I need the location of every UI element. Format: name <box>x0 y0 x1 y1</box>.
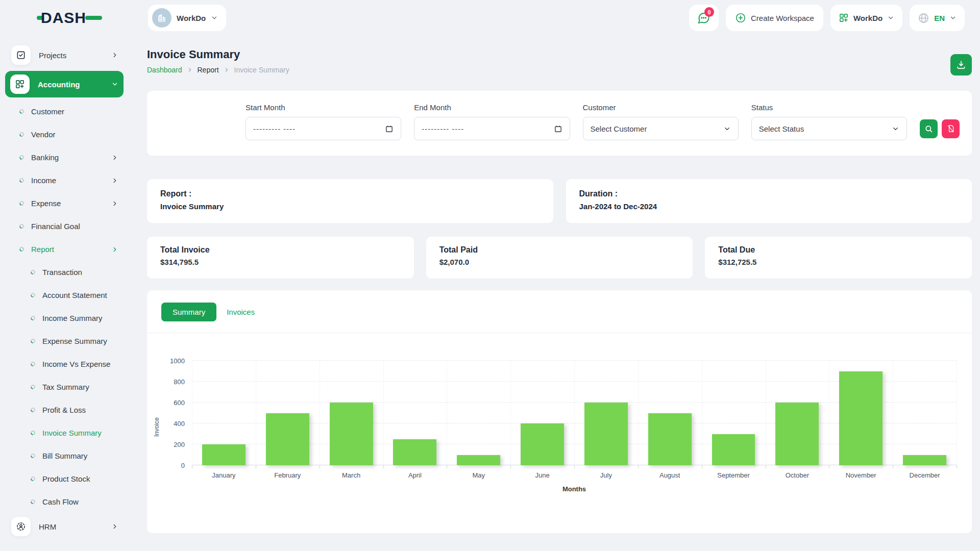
create-workspace-button[interactable]: Create Workspace <box>726 5 823 31</box>
sidebar-item-expense[interactable]: Expense <box>0 192 124 215</box>
report-tabs: Summary Invoices <box>147 303 972 321</box>
end-month-input[interactable]: --------- ---- <box>414 117 570 140</box>
sidebar-nav: ProjectsAccountingCustomerVendorBankingI… <box>0 36 133 551</box>
sidebar-item-income[interactable]: Income <box>0 169 124 192</box>
x-axis-tick <box>702 465 702 468</box>
sidebar-item-customer[interactable]: Customer <box>0 100 124 123</box>
bullet-icon <box>18 108 25 115</box>
breadcrumb: Dashboard Report Invoice Summary <box>147 66 289 74</box>
download-button[interactable] <box>950 54 972 76</box>
bar-cell-june <box>510 361 574 465</box>
bar-cell-august <box>638 361 702 465</box>
x-tick-label: March <box>320 471 383 479</box>
chart-bar-august <box>648 413 692 466</box>
sidebar-item-projects[interactable]: Projects <box>0 42 124 68</box>
messages-button[interactable]: 0 <box>689 5 719 31</box>
x-tick-label: May <box>447 471 510 479</box>
grid-plus-icon <box>10 74 30 94</box>
duration-value: Jan-2024 to Dec-2024 <box>579 202 959 211</box>
breadcrumb-separator-icon <box>224 67 230 73</box>
page-title: Invoice Summary <box>147 48 289 61</box>
workdo-dropdown[interactable]: WorkDo <box>830 5 902 31</box>
sidebar-item-banking[interactable]: Banking <box>0 146 124 169</box>
sidebar-item-hrm[interactable]: HRM <box>0 513 124 540</box>
calendar-icon <box>385 124 394 133</box>
breadcrumb-current: Invoice Summary <box>234 66 289 74</box>
bullet-icon <box>30 315 36 321</box>
sidebar-item-income-vs-expense[interactable]: Income Vs Expense <box>0 353 124 375</box>
apply-filter-button[interactable] <box>920 119 938 138</box>
app-root: DASH WorkDo 0 <box>0 0 980 551</box>
bar-cell-september <box>702 361 766 465</box>
x-tick-label: June <box>510 471 574 479</box>
x-axis-tick <box>957 465 957 468</box>
x-axis-title: Months <box>192 485 957 493</box>
globe-icon <box>918 12 929 24</box>
sidebar-item-financial-goal[interactable]: Financial Goal <box>0 215 124 238</box>
gridline-vertical <box>957 361 957 465</box>
chart-plot-area: 02004006008001000 <box>192 361 957 465</box>
language-label: EN <box>934 14 945 22</box>
logo[interactable]: DASH <box>0 10 133 26</box>
filter-card: Start Month --------- ---- End Month ---… <box>147 91 972 156</box>
sidebar-item-transaction[interactable]: Transaction <box>0 261 124 284</box>
bar-cell-december <box>893 361 957 465</box>
bullet-icon <box>30 407 36 413</box>
bar-cell-march <box>320 361 383 465</box>
topbar: DASH WorkDo 0 <box>0 0 980 36</box>
reset-filter-button[interactable] <box>942 119 960 138</box>
sidebar-item-vendor[interactable]: Vendor <box>0 123 124 146</box>
bullet-icon <box>18 223 25 230</box>
breadcrumb-report[interactable]: Report <box>198 66 219 74</box>
report-info-card: Report : Invoice Summary <box>147 179 553 223</box>
total-invoice-card: Total Invoice $314,795.5 <box>147 237 414 279</box>
logo-dash-icon <box>85 16 102 20</box>
sidebar-item-profit-loss[interactable]: Profit & Loss <box>0 398 124 421</box>
duration-info-card: Duration : Jan-2024 to Dec-2024 <box>566 179 972 223</box>
chart-bars <box>192 361 957 465</box>
chart-bar-september <box>712 434 755 466</box>
sidebar-item-report[interactable]: Report <box>0 238 124 261</box>
sidebar-item-bill-summary[interactable]: Bill Summary <box>0 444 124 467</box>
y-tick-label: 1000 <box>170 357 185 365</box>
y-tick-label: 800 <box>174 378 185 386</box>
download-icon <box>956 60 966 70</box>
bullet-icon <box>18 177 25 184</box>
sidebar-item-accounting[interactable]: Accounting <box>5 71 124 97</box>
x-axis-tick <box>192 465 192 468</box>
sidebar-item-cash-flow[interactable]: Cash Flow <box>0 490 124 513</box>
tab-invoices[interactable]: Invoices <box>227 308 255 316</box>
start-month-input[interactable]: --------- ---- <box>246 117 401 140</box>
chart-bar-march <box>330 403 373 465</box>
tab-summary[interactable]: Summary <box>161 303 216 321</box>
chevron-right-icon <box>111 154 118 161</box>
x-axis-tick <box>320 465 320 468</box>
x-axis-tick <box>447 465 447 468</box>
bullet-icon <box>30 292 36 298</box>
customer-label: Customer <box>583 103 739 112</box>
language-dropdown[interactable]: EN <box>910 5 965 31</box>
plus-circle-icon <box>735 12 746 23</box>
status-select[interactable]: Select Status <box>751 117 907 140</box>
sidebar-item-invoice-summary[interactable]: Invoice Summary <box>0 421 124 444</box>
sidebar-item-expense-summary[interactable]: Expense Summary <box>0 330 124 353</box>
bullet-icon <box>30 475 36 482</box>
x-tick-label: January <box>192 471 256 479</box>
bullet-icon <box>30 338 36 344</box>
bullet-icon <box>30 361 36 367</box>
chart-bar-june <box>521 423 564 465</box>
chevron-right-icon <box>111 523 118 530</box>
sidebar-item-product-stock[interactable]: Product Stock <box>0 467 124 490</box>
breadcrumb-dashboard[interactable]: Dashboard <box>147 66 182 74</box>
workspace-switcher[interactable]: WorkDo <box>148 5 226 31</box>
sidebar-item-income-summary[interactable]: Income Summary <box>0 307 124 330</box>
x-axis-tick <box>766 465 766 468</box>
bar-cell-may <box>447 361 510 465</box>
chevron-down-icon <box>723 125 731 133</box>
customer-select[interactable]: Select Customer <box>583 117 739 140</box>
bullet-icon <box>30 269 36 276</box>
main-content: Invoice Summary Dashboard Report Invoice… <box>133 36 980 551</box>
sidebar-item-tax-summary[interactable]: Tax Summary <box>0 375 124 398</box>
sidebar-item-account-statement[interactable]: Account Statement <box>0 284 124 307</box>
status-label: Status <box>751 103 907 112</box>
